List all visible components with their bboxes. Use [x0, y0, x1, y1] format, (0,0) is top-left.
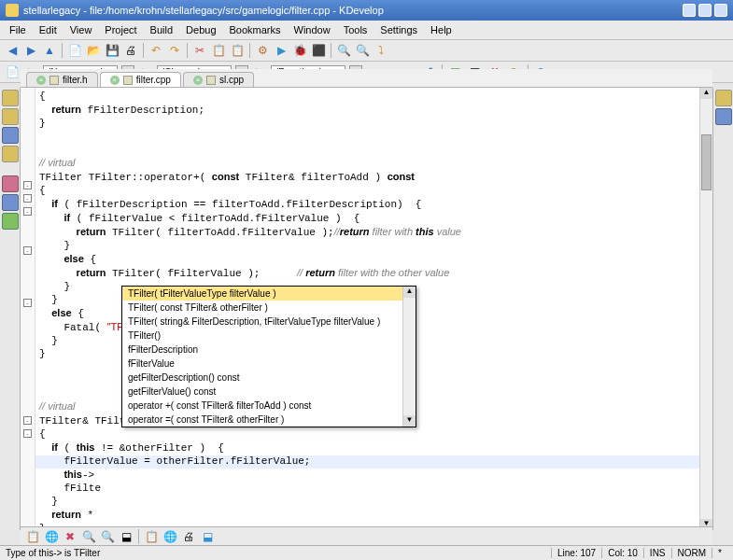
- konsole-button[interactable]: 🌐: [43, 528, 60, 545]
- replace-results-button[interactable]: 🔍: [99, 528, 116, 545]
- goto-button[interactable]: ⤵: [373, 42, 389, 59]
- autocomplete-item[interactable]: fFilterDescription: [122, 343, 416, 357]
- menu-project[interactable]: Project: [99, 22, 142, 37]
- fold-toggle[interactable]: -: [23, 194, 32, 203]
- new-file-button[interactable]: 📄: [66, 42, 83, 59]
- close-button[interactable]: [714, 4, 727, 17]
- scroll-up-icon[interactable]: ▲: [403, 287, 416, 298]
- autocomplete-item[interactable]: fFilterValue: [122, 357, 416, 371]
- app-output-button[interactable]: 📋: [143, 528, 160, 545]
- menu-tools[interactable]: Tools: [338, 22, 374, 37]
- menu-debug[interactable]: Debug: [180, 22, 221, 37]
- run-button[interactable]: ▶: [273, 42, 289, 59]
- sidebar-variables-icon[interactable]: [2, 194, 19, 211]
- close-tab-icon[interactable]: ×: [110, 76, 120, 85]
- autocomplete-item[interactable]: operator =( const TFilter& otherFilter ): [122, 413, 416, 427]
- menu-window[interactable]: Window: [289, 22, 336, 37]
- valgrind-button[interactable]: 🌐: [162, 528, 178, 545]
- debug-button[interactable]: 🐞: [291, 42, 308, 59]
- autocomplete-item[interactable]: TFilter( string& FilterDescription, tFil…: [122, 315, 416, 329]
- sidebar-classes-icon[interactable]: [2, 90, 19, 106]
- menu-file[interactable]: File: [4, 22, 32, 37]
- home-button[interactable]: 📄: [4, 63, 21, 80]
- paste-button[interactable]: 📋: [229, 42, 246, 59]
- status-col: Col: 10: [601, 548, 643, 558]
- up-button[interactable]: ▲: [41, 42, 58, 59]
- build-button[interactable]: ⚙: [254, 42, 271, 59]
- undo-button[interactable]: ↶: [148, 42, 164, 59]
- diff-output-button[interactable]: ⬓: [118, 528, 134, 545]
- tab-label: filter.h: [63, 75, 88, 85]
- autocomplete-item[interactable]: TFilter(): [122, 329, 416, 343]
- cut-button[interactable]: ✂: [191, 42, 208, 59]
- copy-button[interactable]: 📋: [210, 42, 227, 59]
- ctags-button[interactable]: ⬓: [199, 528, 216, 545]
- sidebar-right-icon-1[interactable]: [715, 90, 732, 106]
- fold-toggle[interactable]: -: [23, 429, 32, 438]
- status-bar: Type of this-> is TFilter Line: 107 Col:…: [0, 545, 733, 560]
- status-message: Type of this-> is TFilter: [6, 548, 551, 558]
- autocomplete-scrollbar[interactable]: ▲ ▼: [402, 287, 416, 427]
- separator: [249, 43, 250, 58]
- menu-bookmarks[interactable]: Bookmarks: [224, 22, 287, 37]
- menu-help[interactable]: Help: [425, 22, 458, 37]
- sidebar-right-icon-2[interactable]: [715, 108, 732, 125]
- menu-view[interactable]: View: [64, 22, 98, 37]
- sidebar-files-icon[interactable]: [2, 108, 19, 125]
- back-button[interactable]: ◀: [4, 42, 21, 59]
- fold-toggle[interactable]: -: [23, 246, 32, 255]
- file-icon: [49, 76, 59, 85]
- separator: [143, 43, 144, 58]
- autocomplete-item[interactable]: getFilterValue() const: [122, 385, 416, 399]
- fold-toggle[interactable]: -: [23, 299, 32, 307]
- output-button[interactable]: 📋: [24, 528, 41, 545]
- gdb-button[interactable]: 🖨: [180, 528, 197, 545]
- redo-button[interactable]: ↷: [166, 42, 183, 59]
- menu-edit[interactable]: Edit: [34, 22, 63, 37]
- autocomplete-item[interactable]: getFilterDescription() const: [122, 371, 416, 385]
- maximize-button[interactable]: [698, 4, 712, 17]
- autocomplete-item[interactable]: operator +( const TFilter& filterToAdd )…: [122, 399, 416, 413]
- vertical-scrollbar[interactable]: ▲ ▼: [699, 88, 712, 530]
- bottom-toolbar: 📋 🌐 ✖ 🔍 🔍 ⬓ 📋 🌐 🖨 ⬓: [21, 526, 712, 545]
- messages-button[interactable]: ✖: [62, 528, 78, 545]
- status-line: Line: 107: [551, 548, 601, 558]
- close-tab-icon[interactable]: ×: [36, 76, 46, 85]
- status-insert-mode: INS: [643, 548, 671, 558]
- minimize-button[interactable]: [683, 4, 696, 17]
- fold-toggle[interactable]: -: [23, 207, 32, 216]
- scroll-up-icon[interactable]: ▲: [700, 88, 712, 99]
- status-edit-mode: NORM: [671, 548, 712, 558]
- stop-button[interactable]: ⬛: [310, 42, 327, 59]
- forward-button[interactable]: ▶: [22, 42, 39, 59]
- separator: [187, 43, 188, 58]
- scrollbar-thumb[interactable]: [701, 134, 712, 190]
- separator: [62, 43, 63, 58]
- save-button[interactable]: 💾: [104, 42, 120, 59]
- sidebar-frames-icon[interactable]: [2, 213, 19, 230]
- menu-build[interactable]: Build: [145, 22, 178, 37]
- find-results-button[interactable]: 🔍: [80, 528, 97, 545]
- sidebar-star-icon[interactable]: [2, 146, 19, 162]
- fold-toggle[interactable]: -: [23, 181, 32, 189]
- autocomplete-popup[interactable]: TFilter( tFilterValueType filterValue )T…: [121, 286, 416, 427]
- autocomplete-item[interactable]: TFilter( const TFilter& otherFilter ): [122, 301, 416, 315]
- separator: [331, 43, 331, 58]
- autocomplete-item[interactable]: TFilter( tFilterValueType filterValue ): [122, 287, 416, 301]
- open-button[interactable]: 📂: [85, 42, 102, 59]
- sidebar-bookmarks-icon[interactable]: [2, 127, 19, 144]
- tab-filter-cpp[interactable]: × filter.cpp: [100, 72, 181, 87]
- fold-toggle[interactable]: -: [23, 416, 32, 425]
- sidebar-breakpoints-icon[interactable]: [2, 175, 19, 192]
- tab-filter-h[interactable]: × filter.h: [26, 72, 98, 87]
- tab-sl-cpp[interactable]: × sl.cpp: [183, 72, 254, 87]
- print-button[interactable]: 🖨: [122, 42, 139, 59]
- find-button[interactable]: 🔍: [335, 42, 352, 59]
- replace-button[interactable]: 🔍: [354, 42, 371, 59]
- menu-settings[interactable]: Settings: [374, 22, 423, 37]
- close-tab-icon[interactable]: ×: [193, 76, 203, 85]
- fold-gutter[interactable]: - - - - - - - -: [21, 88, 35, 530]
- tab-label: sl.cpp: [219, 75, 244, 85]
- scroll-down-icon[interactable]: ▼: [403, 415, 416, 427]
- status-modified: *: [712, 548, 727, 558]
